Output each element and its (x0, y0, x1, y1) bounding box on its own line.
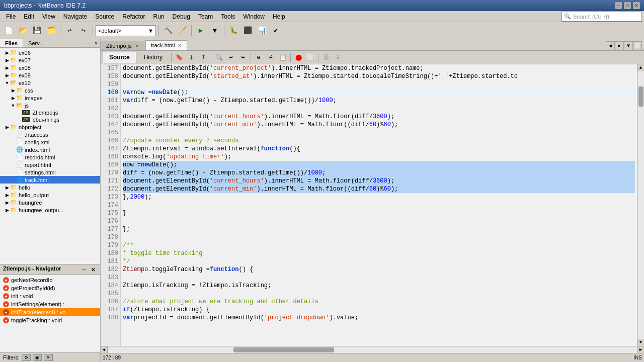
nav-item-initTrack[interactable]: ● initTrack(element) : vo (0, 308, 100, 316)
minimize-button[interactable]: ─ (615, 2, 622, 9)
toggle-bookmarks-button[interactable]: 🔖 (174, 52, 185, 63)
scroll-thumb[interactable] (638, 86, 643, 107)
tree-item-hello-output[interactable]: ▶ 📁 hello_output (0, 191, 100, 199)
tree-item-config-xml[interactable]: 📄 config.xml (0, 138, 100, 146)
menu-refactor[interactable]: Refactor (118, 12, 149, 21)
menu-file[interactable]: File (2, 12, 20, 21)
tab-prev-button[interactable]: ◀ (606, 41, 615, 50)
menu-edit[interactable]: Edit (20, 12, 38, 21)
menu-navigate[interactable]: Navigate (59, 12, 91, 21)
tree-item-js[interactable]: ▼ 📂 js (0, 102, 100, 109)
menu-view[interactable]: View (38, 12, 59, 21)
close-button[interactable]: ✕ (633, 2, 640, 9)
run-button[interactable]: ▶ (194, 24, 207, 37)
filter-btn-3[interactable]: ✕ (44, 354, 53, 361)
tree-item-track-html[interactable]: 🌐 track.html (0, 176, 100, 184)
horizontal-scrollbar[interactable]: ◀ ▶ (101, 346, 644, 353)
panel-minimize-icon[interactable]: ─ (84, 39, 92, 47)
tab-track-html[interactable]: track.html ✕ (145, 40, 188, 50)
diff-button[interactable]: ≠ (265, 52, 276, 63)
test-button[interactable]: ✔ (269, 24, 282, 37)
tree-item-ztiempo-js[interactable]: JS Ztiempo.js (0, 109, 100, 116)
save-button[interactable]: 💾 (30, 24, 43, 37)
tab-list-button[interactable]: ▼ (624, 41, 633, 50)
nav-item-init[interactable]: ● init : void (0, 292, 100, 300)
menu-run[interactable]: Run (149, 12, 169, 21)
breakpoint-button[interactable]: ⬤ (293, 52, 304, 63)
macros-button[interactable]: ⫶ (333, 52, 344, 63)
scroll-up-arrow[interactable]: ▲ (637, 64, 644, 71)
maximize-button[interactable]: □ (624, 2, 631, 9)
nav-item-getProjectById[interactable]: ● getProjectById(id) (0, 284, 100, 292)
code-editor[interactable]: document.getElementById('current_project… (121, 64, 637, 346)
h-scroll-thumb[interactable] (233, 347, 334, 352)
tree-item-bbui-js[interactable]: JS bbui-min.js (0, 116, 100, 123)
scroll-down-arrow[interactable]: ▼ (637, 339, 644, 346)
source-tab[interactable]: Source (103, 52, 136, 63)
tab-ztiempo-js[interactable]: Ztiempo.js ✕ (101, 41, 144, 50)
project-dropdown[interactable]: <default> ▼ (96, 25, 156, 36)
find-button[interactable]: 🔍 (213, 52, 224, 63)
history-tab[interactable]: History (137, 52, 169, 63)
nav-minimize-icon[interactable]: ─ (80, 265, 88, 274)
menu-window[interactable]: Window (239, 12, 269, 21)
menu-team[interactable]: Team (194, 12, 217, 21)
tab-next-button[interactable]: ▶ (615, 41, 624, 50)
vertical-scrollbar[interactable]: ▲ ▼ (637, 64, 644, 346)
menu-debug[interactable]: Debug (169, 12, 194, 21)
tree-item-ex06[interactable]: ▶ 📁 ex06 (0, 49, 100, 56)
redo-button[interactable]: ↪ (77, 24, 90, 37)
tree-item-nbproject[interactable]: ▶ 📁 nbproject (0, 123, 100, 131)
search-box[interactable]: 🔍 Search (Ctrl+I) (561, 12, 642, 22)
tree-item-index-html[interactable]: 🌐 index.html (0, 146, 100, 153)
tree-item-report-html[interactable]: 📄 report.html (0, 161, 100, 168)
tab-close-track[interactable]: ✕ (178, 43, 182, 48)
undo-src-button[interactable]: ↩ (225, 52, 236, 63)
filter-btn-1[interactable]: ⚙ (22, 354, 31, 361)
history-button[interactable]: 📋 (277, 52, 288, 63)
new-button[interactable]: 📄 (2, 24, 15, 37)
files-tab[interactable]: Files (0, 39, 23, 47)
tree-item-images[interactable]: ▶ 📁 images (0, 94, 100, 102)
services-tab[interactable]: Serv... (23, 39, 49, 47)
tree-item-huungree[interactable]: ▶ 📁 huungree (0, 199, 100, 206)
tree-item-ex10[interactable]: ▼ 📂 ex10 (0, 79, 100, 86)
clean-build-button[interactable]: 🧹 (176, 24, 189, 37)
fold-button[interactable]: ⊖ (253, 52, 264, 63)
save-all-button[interactable]: 🗂️ (44, 24, 57, 37)
tree-item-hello[interactable]: ▶ 📁 hello (0, 184, 100, 191)
tab-close-ztiempo[interactable]: ✕ (135, 43, 139, 49)
nav-item-getNextRecordId[interactable]: ● getNextRecordId (0, 276, 100, 284)
tree-item-huungree-output[interactable]: ▶ 📁 huungree_outpu... (0, 206, 100, 214)
tree-item-settings-html[interactable]: 📄 settings.html (0, 168, 100, 176)
prev-bookmark-button[interactable]: ⤴ (198, 52, 209, 63)
nav-item-toggleTracking[interactable]: ● toggleTracking : void (0, 316, 100, 324)
profile-button[interactable]: 📊 (255, 24, 268, 37)
next-bookmark-button[interactable]: ⤵ (186, 52, 197, 63)
tab-maximize-button[interactable]: ⬜ (633, 41, 642, 50)
open-button[interactable]: 📂 (16, 24, 29, 37)
nav-item-initSettings[interactable]: ● initSettings(element) : (0, 300, 100, 308)
tree-item-htaccess[interactable]: 📄 .htaccess (0, 131, 100, 138)
stop-button[interactable]: ⬛ (241, 24, 254, 37)
undo-button[interactable]: ↩ (63, 24, 76, 37)
tree-item-ex07[interactable]: ▶ 📁 ex07 (0, 56, 100, 64)
nav-close-icon[interactable]: ✕ (89, 265, 97, 274)
tree-item-ex09[interactable]: ▶ 📁 ex09 (0, 71, 100, 79)
panel-close-icon[interactable]: ✕ (92, 39, 100, 47)
tree-item-css[interactable]: ▶ 📁 css (0, 86, 100, 94)
watchpoint-button[interactable]: ⬜ (305, 52, 316, 63)
debug-button[interactable]: 🐛 (227, 24, 240, 37)
menu-source[interactable]: Source (91, 12, 118, 21)
menu-help[interactable]: Help (269, 12, 289, 21)
filter-btn-2[interactable]: ◉ (33, 354, 42, 361)
tree-item-records-html[interactable]: 📄 records.html (0, 153, 100, 161)
scroll-left-arrow[interactable]: ◀ (101, 346, 108, 353)
build-button[interactable]: 🔨 (162, 24, 175, 37)
tree-item-ex08[interactable]: ▶ 📁 ex08 (0, 64, 100, 71)
redo-src-button[interactable]: ↪ (237, 52, 249, 63)
menu-tools[interactable]: Tools (217, 12, 239, 21)
run-split-button[interactable]: ▼ (208, 24, 221, 37)
tasks-button[interactable]: ☰ (320, 52, 332, 63)
scroll-right-arrow[interactable]: ▶ (637, 346, 644, 353)
